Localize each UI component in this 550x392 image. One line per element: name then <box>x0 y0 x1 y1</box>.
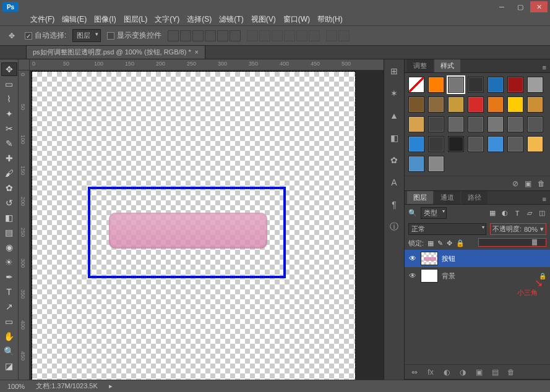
auto-select-target-dropdown[interactable]: 图层 <box>72 29 101 42</box>
style-swatch[interactable] <box>428 156 444 172</box>
lock-all-icon[interactable]: 🔒 <box>456 239 465 247</box>
artboard[interactable] <box>32 72 355 380</box>
filter-type-icon[interactable]: T <box>513 209 522 218</box>
eyedropper-tool[interactable]: ✎ <box>1 137 17 150</box>
delete-style-icon[interactable]: 🗑 <box>538 179 545 188</box>
style-swatch[interactable] <box>488 96 504 113</box>
slider-knob[interactable] <box>532 239 537 245</box>
dist-5-button[interactable] <box>296 30 307 41</box>
align-bottom-button[interactable] <box>192 30 204 41</box>
misc-1-button[interactable] <box>326 30 337 41</box>
menu-filter[interactable]: 滤镜(T) <box>217 13 246 26</box>
tab-styles[interactable]: 样式 <box>434 59 460 72</box>
link-layers-icon[interactable]: ⇔ <box>410 368 419 377</box>
tab-layers[interactable]: 图层 <box>407 191 433 204</box>
style-swatch[interactable] <box>408 77 424 93</box>
dock-compass-icon[interactable]: ✶ <box>387 87 401 100</box>
document-tab[interactable]: ps如何调整图层透明度.psd @ 100% (按钮, RGB/8) * × <box>26 45 205 59</box>
style-swatch[interactable] <box>408 96 424 113</box>
shape-tool[interactable]: ▭ <box>1 315 17 328</box>
align-vmid-button[interactable] <box>180 30 191 41</box>
style-swatch[interactable] <box>448 116 464 132</box>
menu-view[interactable]: 视图(V) <box>249 13 278 26</box>
dock-histogram-icon[interactable]: ▲ <box>387 109 401 122</box>
style-swatch[interactable] <box>507 116 523 132</box>
tab-channels[interactable]: 通道 <box>434 191 460 204</box>
opacity-control[interactable]: 不透明度: 80% ▾ <box>490 223 546 235</box>
menu-select[interactable]: 选择(S) <box>184 13 214 26</box>
auto-select-checkbox[interactable]: 自动选择: <box>25 30 66 41</box>
lock-move-icon[interactable]: ✥ <box>447 239 452 247</box>
style-swatch[interactable] <box>507 136 523 152</box>
show-transform-checkbox[interactable]: 显示变换控件 <box>107 30 161 41</box>
filter-shape-icon[interactable]: ▱ <box>525 209 534 218</box>
type-tool[interactable]: T <box>1 285 17 299</box>
opacity-slider[interactable] <box>478 238 546 247</box>
clear-style-icon[interactable]: ⊘ <box>512 179 518 188</box>
menu-file[interactable]: 文件(F) <box>28 13 57 26</box>
history-brush-tool[interactable]: ↺ <box>1 196 17 210</box>
style-swatch[interactable] <box>408 116 424 132</box>
menu-edit[interactable]: 编辑(E) <box>59 13 89 26</box>
style-swatch[interactable] <box>527 116 543 132</box>
marquee-tool[interactable]: ▭ <box>1 77 17 91</box>
canvas[interactable] <box>30 70 384 380</box>
brush-tool[interactable]: 🖌 <box>1 166 17 180</box>
chevron-down-icon[interactable]: ▾ <box>540 225 544 233</box>
dock-brush-icon[interactable]: ✿ <box>387 153 401 167</box>
menu-type[interactable]: 文字(Y) <box>152 13 182 26</box>
filter-adjust-icon[interactable]: ◐ <box>501 209 509 218</box>
align-left-button[interactable] <box>205 30 216 41</box>
styles-panel-menu-icon[interactable]: ≡ <box>539 62 550 72</box>
blur-tool[interactable]: ◉ <box>1 241 17 254</box>
align-top-button[interactable] <box>168 30 179 41</box>
path-tool[interactable]: ↗ <box>1 300 17 313</box>
doc-size-info[interactable]: 文档:1.37M/1023.5K <box>36 381 98 391</box>
gradient-tool[interactable]: ▤ <box>1 226 17 239</box>
blend-mode-dropdown[interactable]: 正常 <box>408 223 486 235</box>
move-tool[interactable]: ✥ <box>1 62 17 76</box>
style-swatch[interactable] <box>428 77 444 93</box>
style-swatch[interactable] <box>408 136 424 152</box>
style-swatch[interactable] <box>448 136 464 152</box>
style-swatch[interactable] <box>468 96 484 113</box>
style-swatch[interactable] <box>507 96 523 113</box>
document-tab-close-icon[interactable]: × <box>195 49 199 56</box>
ruler-horizontal[interactable]: 0 50 100 150 200 250 300 350 400 450 500 <box>30 59 384 70</box>
style-swatch[interactable] <box>488 77 504 93</box>
layer-name[interactable]: 背景 <box>442 271 455 281</box>
delete-layer-icon[interactable]: 🗑 <box>506 368 516 377</box>
lock-paint-icon[interactable]: ✎ <box>437 239 443 247</box>
style-swatch[interactable] <box>507 77 523 93</box>
style-swatch[interactable] <box>468 77 484 93</box>
dock-para-icon[interactable]: ¶ <box>387 198 401 211</box>
zoom-level[interactable]: 100% <box>7 383 25 390</box>
dist-6-button[interactable] <box>309 30 320 41</box>
layer-item-button[interactable]: 👁 按钮 <box>405 250 550 267</box>
style-swatch[interactable] <box>527 77 543 93</box>
heal-tool[interactable]: ✚ <box>1 151 17 165</box>
style-swatch[interactable] <box>527 96 543 113</box>
dock-color-icon[interactable]: ◧ <box>387 131 401 145</box>
crop-tool[interactable]: ✂ <box>1 122 17 135</box>
lock-trans-icon[interactable]: ▦ <box>428 239 434 247</box>
tab-paths[interactable]: 路径 <box>462 191 488 204</box>
style-swatch[interactable] <box>488 116 504 132</box>
fill-adjust-icon[interactable]: ◑ <box>458 368 468 377</box>
pen-tool[interactable]: ✒ <box>1 270 17 284</box>
dist-2-button[interactable] <box>259 30 270 41</box>
dist-4-button[interactable] <box>284 30 295 41</box>
new-layer-icon[interactable]: ▤ <box>490 368 500 377</box>
misc-2-button[interactable] <box>338 30 350 41</box>
dist-1-button[interactable] <box>247 30 258 41</box>
layers-panel-menu-icon[interactable]: ≡ <box>539 194 550 204</box>
close-window-button[interactable]: ✕ <box>530 1 548 12</box>
tab-adjustments[interactable]: 调整 <box>407 59 433 72</box>
dist-3-button[interactable] <box>272 30 283 41</box>
new-style-icon[interactable]: ▣ <box>525 179 531 188</box>
visibility-icon[interactable]: 👁 <box>408 271 417 280</box>
style-swatch[interactable] <box>468 116 484 132</box>
style-swatch[interactable] <box>527 136 543 152</box>
layer-mask-icon[interactable]: ◐ <box>442 368 452 377</box>
eraser-tool[interactable]: ◧ <box>1 211 17 224</box>
